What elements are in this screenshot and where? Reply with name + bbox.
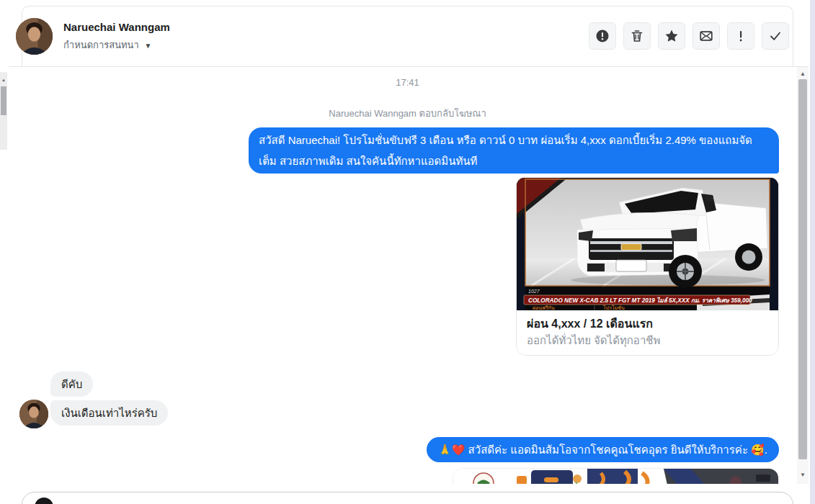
follow-up-button[interactable] xyxy=(658,22,685,50)
report-button[interactable] xyxy=(589,22,616,50)
left-scrollbar-thumb[interactable] xyxy=(1,86,6,115)
mark-unread-button[interactable] xyxy=(692,22,720,50)
envelope-icon xyxy=(699,29,713,43)
scroll-up-arrow[interactable]: ▲ xyxy=(0,78,7,82)
car-ad-attachment-card[interactable]: 1027 COLORADO NEW X-CAB 2.5 LT FGT MT 20… xyxy=(516,177,779,356)
mark-spam-button[interactable] xyxy=(727,22,754,50)
timestamp: 17:41 xyxy=(0,77,815,88)
car-ad-tag-right: โปรโมชั่น xyxy=(603,305,625,310)
trash-icon xyxy=(630,29,644,43)
chat-scrollbar: ▲ ▼ xyxy=(797,67,809,484)
check-icon xyxy=(768,29,783,43)
conversation-header: Naruechai Wanngam กำหนดการสนทนา ▼ xyxy=(0,0,815,66)
window-edge-scrollbar[interactable] xyxy=(810,0,815,504)
mark-done-button[interactable] xyxy=(762,22,789,50)
scroll-down-arrow[interactable]: ▼ xyxy=(797,472,809,478)
outgoing-message-bubble: 🙏❤️ สวัสดีค่ะ แอดมินส้มโอจากโชคคูณโชคอุด… xyxy=(427,437,779,462)
avatar[interactable] xyxy=(19,400,48,428)
car-ad-stock-number: 1027 xyxy=(528,289,540,294)
attachment-caption: ผ่อน 4,xxx / 12 เดือนแรก ออกได้ทั่วไทย จ… xyxy=(517,310,778,355)
exclamation-icon xyxy=(734,29,748,43)
message-compose-box[interactable] xyxy=(22,492,793,504)
message-thread: 17:41 Naruechai Wanngam ตอบกลับโฆษณา สวั… xyxy=(0,67,815,484)
incoming-message-bubble: ดีคับ xyxy=(50,372,93,397)
avatar[interactable] xyxy=(16,18,53,55)
outgoing-image-attachment-partial[interactable] xyxy=(453,468,779,484)
car-ad-tag-left: ผ่อนฟรีกัน xyxy=(533,305,555,310)
scroll-up-arrow[interactable]: ▲ xyxy=(797,71,809,77)
avatar-photo xyxy=(16,18,53,55)
avatar-photo xyxy=(19,400,48,428)
conversation-schedule-label: กำหนดการสนทนา xyxy=(63,40,139,50)
chat-scrollbar-thumb[interactable] xyxy=(798,79,807,459)
incoming-message-bubble: เงินเดือนเท่าไหร่ครับ xyxy=(50,400,168,426)
messenger-inbox-window: Naruechai Wanngam กำหนดการสนทนา ▼ xyxy=(0,0,815,504)
chevron-down-icon: ▼ xyxy=(144,42,151,50)
partial-attachment-image xyxy=(453,469,778,484)
car-ad-image: 1027 COLORADO NEW X-CAB 2.5 LT FGT MT 20… xyxy=(517,178,778,310)
attachment-title: ผ่อน 4,xxx / 12 เดือนแรก xyxy=(527,315,768,333)
contact-name: Naruechai Wanngam xyxy=(63,21,170,33)
conversation-schedule-dropdown[interactable]: กำหนดการสนทนา ▼ xyxy=(63,37,151,53)
conversation-toolbar xyxy=(589,22,789,50)
left-scrollbar: ▲ xyxy=(0,72,7,150)
outgoing-message-bubble: สวัสดี Naruechai! โปรโมชั่นขับฟรี 3 เดือ… xyxy=(249,127,779,174)
emoji-icon[interactable] xyxy=(35,498,53,504)
ad-reply-context-note: Naruechai Wanngam ตอบกลับโฆษณา xyxy=(0,106,815,121)
star-icon xyxy=(664,29,679,43)
exclamation-circle-icon xyxy=(595,29,610,43)
delete-button[interactable] xyxy=(623,22,651,50)
attachment-subtitle: ออกได้ทั่วไทย จัดได้ทุกอาชีพ xyxy=(527,333,768,348)
car-ad-spec-line: COLORADO NEW X-CAB 2.5 LT FGT MT 2019 ไม… xyxy=(528,297,752,304)
